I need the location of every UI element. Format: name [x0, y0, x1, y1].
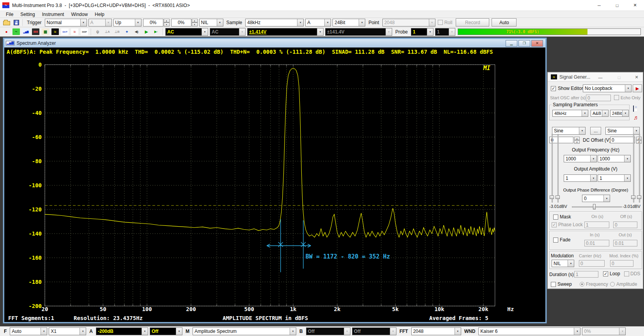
spin-down-icon[interactable]: ▼: [192, 23, 198, 26]
siggen-bits-select[interactable]: 24Bit▼: [610, 110, 629, 117]
chevron-down-icon[interactable]: ▼: [624, 155, 630, 162]
phase-select[interactable]: 0▼: [582, 195, 610, 202]
loopback-select[interactable]: No Loopback▼: [583, 84, 632, 92]
modulation-select[interactable]: NIL▼: [552, 260, 574, 267]
chevron-down-icon[interactable]: ▼: [590, 155, 596, 162]
chevron-down-icon[interactable]: ▼: [633, 127, 639, 134]
spectrum-plot-area[interactable]: 0-20-40-60-80-100-120-140-160-180-200205…: [4, 56, 545, 322]
close-button[interactable]: ✕: [626, 0, 644, 11]
a-reference-select[interactable]: Off▼: [150, 327, 182, 335]
chevron-down-icon[interactable]: ▼: [135, 19, 141, 26]
chevron-down-icon[interactable]: ▼: [602, 110, 608, 116]
auto-button[interactable]: Auto: [492, 18, 517, 26]
dc-offset-a-input[interactable]: 0: [549, 137, 573, 143]
chevron-down-icon[interactable]: ▼: [290, 328, 296, 335]
menu-file[interactable]: File: [2, 12, 17, 17]
chevron-down-icon[interactable]: ▼: [625, 85, 631, 92]
range-a-select[interactable]: ±1.414V▼: [247, 28, 324, 36]
spectrum-close-button[interactable]: ✕: [531, 40, 543, 47]
level-handle-a2[interactable]: [556, 195, 560, 199]
speaker-icon[interactable]: ◀): [132, 28, 141, 36]
chevron-down-icon[interactable]: ▼: [582, 110, 588, 116]
frequency-zoom-select[interactable]: X1▼: [49, 327, 86, 335]
trigger-edge-select[interactable]: Up▼: [113, 19, 142, 26]
mask-checkbox[interactable]: [553, 215, 558, 220]
chevron-down-icon[interactable]: ▼: [41, 328, 47, 335]
siggen-close-button[interactable]: ✕: [632, 74, 642, 81]
minimize-button[interactable]: ─: [590, 0, 608, 11]
chevron-down-icon[interactable]: ▼: [176, 328, 182, 335]
trigger-delay-stepper[interactable]: 0%▲▼: [171, 19, 198, 26]
level-slider-b2[interactable]: [639, 134, 640, 202]
window-function-select[interactable]: Kaiser 6▼: [478, 327, 580, 335]
chevron-down-icon[interactable]: ▼: [574, 328, 580, 335]
chevron-down-icon[interactable]: ▼: [324, 19, 331, 26]
probe-a-select[interactable]: 1▼: [411, 28, 433, 36]
calibrate-input-b-icon[interactable]: ⊥B: [113, 28, 122, 36]
sampling-rate-select[interactable]: 48kHz▼: [245, 19, 304, 26]
spin-up-icon[interactable]: ▲: [164, 19, 170, 23]
calibrate-input-a-icon[interactable]: ⊥A: [103, 28, 112, 36]
device-test-plan-icon[interactable]: ▦: [41, 28, 50, 36]
chevron-down-icon[interactable]: ▼: [568, 260, 574, 267]
spectrum-window-titlebar[interactable]: ▂▅▇ Spectrum Analyzer ▁ ❐ ✕: [4, 39, 545, 47]
trigger-frequency-select[interactable]: NIL▼: [199, 19, 223, 26]
trigger-level-stepper[interactable]: 0%▲▼: [143, 19, 170, 26]
open-file-icon[interactable]: [2, 18, 11, 26]
chevron-down-icon[interactable]: ▼: [202, 28, 208, 35]
coupling-a-select[interactable]: AC▼: [165, 28, 208, 36]
multimeter-icon[interactable]: 888: [31, 28, 40, 36]
siggen-channels-select[interactable]: A&B▼: [591, 110, 609, 117]
menu-help[interactable]: Help: [91, 12, 108, 17]
chevron-down-icon[interactable]: ▼: [590, 175, 596, 181]
3d-plot-icon[interactable]: ≈: [70, 28, 79, 36]
probe-icon[interactable]: ⌖: [122, 28, 131, 36]
level-handle-b2[interactable]: [637, 195, 641, 199]
loop-checkbox[interactable]: ✓: [603, 271, 608, 276]
maximize-button[interactable]: □: [608, 0, 626, 11]
mic-icon[interactable]: ψ: [93, 28, 102, 36]
show-editor-checkbox[interactable]: ✓: [551, 86, 556, 91]
wave-library-button[interactable]: ...: [590, 127, 601, 135]
balance-handle[interactable]: [593, 204, 596, 209]
siggen-run-button[interactable]: ▶: [633, 84, 642, 92]
oscilloscope-icon[interactable]: ~: [12, 28, 21, 36]
run-icon[interactable]: ▶: [142, 28, 151, 36]
menu-window[interactable]: Window: [67, 12, 91, 17]
frequency-range-select[interactable]: Auto▼: [10, 327, 47, 335]
spectrum-analyzer-icon[interactable]: ▂▅▇: [21, 28, 30, 36]
siggen-save-icon[interactable]: [633, 106, 634, 111]
menu-instrument[interactable]: Instrument: [39, 12, 68, 17]
chevron-down-icon[interactable]: ▼: [142, 328, 148, 335]
display-mode-select[interactable]: Amplitude Spectrum▼: [193, 327, 296, 335]
chevron-down-icon[interactable]: ▼: [579, 127, 585, 134]
sampling-bits-select[interactable]: 24Bit▼: [333, 19, 365, 26]
save-file-icon[interactable]: [12, 18, 21, 26]
stop-icon[interactable]: ●: [2, 28, 11, 36]
spectrum-minimize-button[interactable]: ▁: [506, 40, 517, 47]
spin-down-icon[interactable]: ▼: [164, 23, 170, 26]
level-slider-a1[interactable]: [552, 134, 553, 202]
chevron-down-icon[interactable]: ▼: [603, 195, 610, 202]
frequency-b-select[interactable]: 1000▼: [598, 155, 631, 162]
signal-generator-icon[interactable]: ≈: [51, 28, 60, 36]
spectrum-restore-button[interactable]: ❐: [518, 40, 530, 47]
sampling-channel-select[interactable]: A▼: [305, 19, 331, 26]
waveform-b-select[interactable]: Sine▼: [605, 127, 640, 135]
amplitude-b-select[interactable]: 1▼: [598, 174, 631, 182]
frequency-a-select[interactable]: 1000▼: [564, 155, 597, 162]
a-range-select[interactable]: -200dB▼: [96, 327, 148, 335]
menu-setting[interactable]: Setting: [17, 12, 38, 17]
chevron-down-icon[interactable]: ▼: [455, 328, 461, 335]
dc-offset-b-input[interactable]: 0: [610, 137, 635, 143]
ddp-viewer-icon[interactable]: DDP: [80, 28, 89, 36]
dc-offset-a-stepper[interactable]: ▲▼: [574, 137, 580, 144]
chevron-down-icon[interactable]: ▼: [80, 19, 87, 26]
chevron-down-icon[interactable]: ▼: [80, 328, 86, 335]
chevron-down-icon[interactable]: ▼: [297, 19, 303, 26]
siggen-minimize-button[interactable]: —: [595, 74, 605, 81]
siggen-rate-select[interactable]: 48kHz▼: [552, 110, 588, 117]
fade-checkbox[interactable]: [553, 237, 558, 243]
chevron-down-icon[interactable]: ▼: [427, 28, 433, 35]
waveform-a-select[interactable]: Sine▼: [552, 127, 586, 135]
